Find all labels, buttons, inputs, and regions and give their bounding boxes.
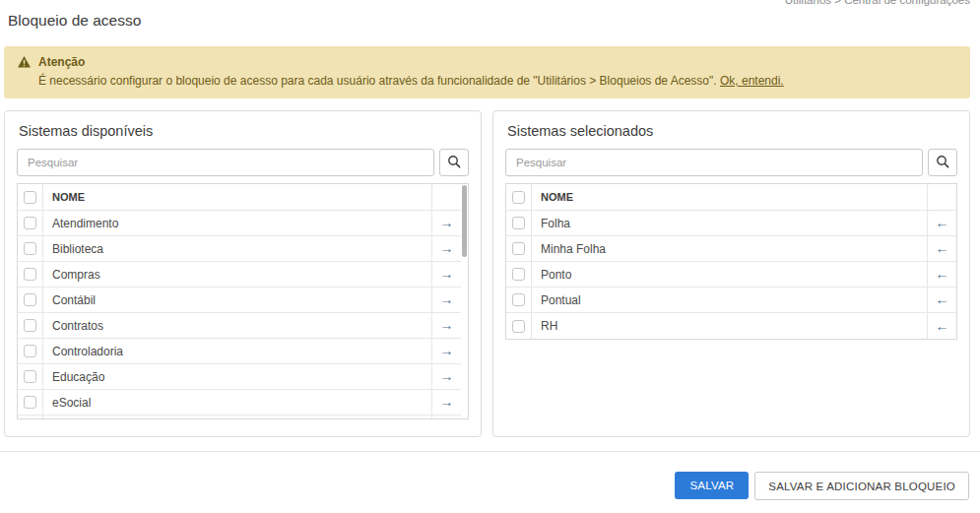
- system-name: Contratos: [43, 313, 431, 339]
- selected-select-all-checkbox[interactable]: [512, 191, 525, 204]
- row-checkbox[interactable]: [24, 396, 36, 409]
- ok-entendi-link[interactable]: Ok, entendi.: [720, 74, 784, 88]
- selected-column-header: NOME: [532, 184, 927, 211]
- system-name: Atendimento: [43, 211, 431, 236]
- right-arrow-icon: →: [440, 215, 454, 230]
- table-row: eSocial →: [18, 390, 468, 416]
- right-arrow-icon: →: [440, 240, 454, 256]
- selected-search-button[interactable]: [928, 149, 957, 176]
- right-arrow-icon: →: [440, 368, 454, 384]
- available-table-header: NOME: [18, 184, 468, 211]
- move-right-button[interactable]: →: [440, 216, 454, 229]
- table-row: Controladoria →: [18, 339, 468, 364]
- right-arrow-icon: →: [440, 266, 454, 282]
- save-and-add-block-button[interactable]: SALVAR E ADICIONAR BLOQUEIO: [754, 472, 969, 500]
- system-name: Pontual: [532, 288, 927, 313]
- row-checkbox[interactable]: [512, 268, 525, 281]
- move-right-button[interactable]: →: [440, 395, 454, 409]
- move-right-button[interactable]: →: [440, 267, 454, 281]
- right-arrow-icon: →: [440, 394, 454, 410]
- table-row-clipped: [18, 416, 468, 418]
- left-arrow-icon: ←: [936, 240, 949, 256]
- left-arrow-icon: ←: [936, 215, 949, 230]
- warning-banner: Atenção É necessário configurar o bloque…: [4, 46, 970, 98]
- available-column-header: NOME: [43, 184, 431, 211]
- row-checkbox[interactable]: [24, 319, 36, 332]
- search-icon: [447, 155, 461, 171]
- warning-triangle-icon: [18, 56, 31, 68]
- system-name: Minha Folha: [532, 236, 927, 262]
- row-checkbox[interactable]: [24, 268, 36, 281]
- move-left-button[interactable]: ←: [936, 292, 949, 306]
- available-table-body: Atendimento → Biblioteca: [18, 211, 468, 416]
- move-right-button[interactable]: →: [440, 369, 454, 383]
- move-right-button[interactable]: →: [440, 292, 454, 306]
- system-name: Compras: [43, 262, 431, 288]
- available-systems-panel: Sistemas disponíveis NOME: [4, 110, 482, 437]
- scrollbar-thumb[interactable]: [462, 185, 467, 257]
- warning-title: Atenção: [38, 55, 85, 69]
- table-row: Educação →: [18, 364, 468, 390]
- search-icon: [936, 155, 949, 171]
- available-search-button[interactable]: [439, 149, 469, 176]
- right-arrow-icon: →: [440, 317, 454, 333]
- table-row: Folha ←: [506, 211, 956, 236]
- page-title: Bloqueio de acesso: [8, 12, 980, 30]
- row-checkbox[interactable]: [512, 320, 525, 333]
- row-checkbox[interactable]: [24, 345, 36, 357]
- row-checkbox[interactable]: [24, 242, 36, 255]
- available-select-all-checkbox[interactable]: [24, 191, 36, 204]
- system-name: Controladoria: [43, 339, 431, 364]
- move-left-button[interactable]: ←: [936, 216, 949, 229]
- right-arrow-icon: →: [440, 291, 454, 307]
- table-row: Compras →: [18, 262, 468, 288]
- table-row: Biblioteca →: [18, 236, 468, 262]
- breadcrumb[interactable]: Utilitários > Central de configurações: [785, 0, 970, 6]
- move-left-button[interactable]: ←: [936, 267, 949, 281]
- available-panel-title: Sistemas disponíveis: [19, 123, 469, 139]
- move-left-button[interactable]: ←: [936, 319, 949, 333]
- system-name: Contábil: [43, 288, 431, 313]
- table-row: Pontual ←: [506, 288, 956, 313]
- right-arrow-icon: →: [440, 343, 454, 358]
- row-checkbox[interactable]: [512, 217, 525, 229]
- selected-search-input[interactable]: [505, 149, 923, 176]
- table-row: Minha Folha ←: [506, 236, 956, 262]
- move-right-button[interactable]: →: [440, 318, 454, 332]
- footer-divider: [0, 451, 980, 452]
- system-name: RH: [532, 313, 927, 339]
- table-row: Contábil →: [18, 288, 468, 313]
- warning-message: É necessário configurar o bloqueio de ac…: [38, 74, 717, 88]
- row-checkbox[interactable]: [512, 293, 525, 306]
- move-right-button[interactable]: →: [440, 241, 454, 255]
- row-checkbox[interactable]: [24, 293, 36, 306]
- left-arrow-icon: ←: [936, 318, 949, 334]
- table-row: Ponto ←: [506, 262, 956, 288]
- available-search-input[interactable]: [17, 149, 434, 176]
- left-arrow-icon: ←: [936, 291, 949, 307]
- system-name: Educação: [43, 364, 431, 390]
- table-row: Contratos →: [18, 313, 468, 339]
- row-checkbox[interactable]: [512, 242, 525, 255]
- move-right-button[interactable]: →: [440, 344, 454, 357]
- table-row: Atendimento →: [18, 211, 468, 236]
- selected-panel-title: Sistemas selecionados: [507, 123, 957, 139]
- save-button[interactable]: SALVAR: [675, 472, 749, 499]
- selected-table-body: Folha ← Minha Folha ←: [506, 211, 956, 339]
- selected-systems-panel: Sistemas selecionados NOME Folha: [492, 110, 970, 437]
- system-name: eSocial: [43, 390, 431, 416]
- left-arrow-icon: ←: [936, 266, 949, 282]
- table-row: RH ←: [506, 313, 956, 339]
- row-checkbox[interactable]: [24, 217, 36, 229]
- system-name: Folha: [532, 211, 927, 236]
- selected-table-header: NOME: [506, 184, 956, 211]
- row-checkbox[interactable]: [24, 370, 36, 383]
- system-name: Ponto: [532, 262, 927, 288]
- move-left-button[interactable]: ←: [936, 241, 949, 255]
- system-name: Biblioteca: [43, 236, 431, 262]
